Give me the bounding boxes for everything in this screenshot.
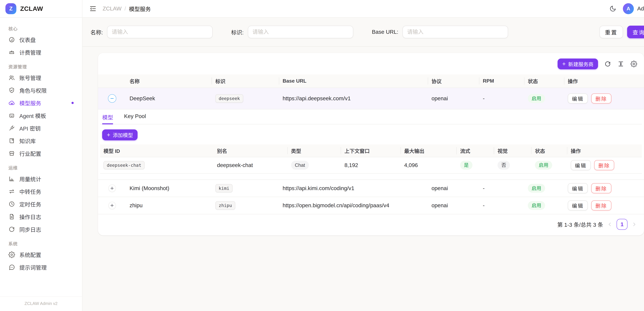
sidebar-item-model-services[interactable]: 模型服务	[5, 97, 77, 109]
users-icon	[8, 74, 15, 81]
sidebar-item-sync-logs[interactable]: 同步日志	[5, 223, 77, 235]
reset-button[interactable]: 重置	[600, 26, 623, 38]
edit-button[interactable]: 编辑	[568, 200, 588, 210]
sidebar-nav: 核心 仪表盘 计费管理 资源管理 账号管理 角色与权限 模型服务	[0, 18, 82, 296]
sidebar-collapse-button[interactable]	[89, 5, 97, 13]
brand-logo: Z	[6, 3, 16, 14]
sidebar-item-billing[interactable]: 计费管理	[5, 46, 77, 58]
breadcrumb-root[interactable]: ZCLAW	[103, 6, 122, 12]
main-content: 名称: 标识: Base URL: 重置 查询 + 新建服务商	[82, 18, 644, 311]
model-row-deepseek-chat: deepseek-chat deepseek-chat Chat 8,192 4…	[100, 157, 642, 173]
sidebar-item-label: 计费管理	[19, 48, 41, 56]
clock-icon	[8, 201, 15, 207]
sidebar-item-api-keys[interactable]: API 密钥	[5, 122, 77, 134]
provider-name: Kimi (Moonshot)	[126, 180, 212, 197]
provider-row-kimi: Kimi (Moonshot) kimi https://api.kimi.co…	[98, 180, 644, 197]
delete-button[interactable]: 删除	[591, 183, 611, 193]
sidebar-item-label: 模型服务	[19, 99, 41, 107]
sidebar-item-system-config[interactable]: 系统配置	[5, 249, 77, 260]
model-type-badge: Chat	[291, 161, 309, 170]
delete-button[interactable]: 删除	[594, 160, 614, 170]
edit-button[interactable]: 编辑	[571, 160, 591, 170]
book-icon	[8, 137, 15, 144]
provider-protocol: openai	[428, 180, 480, 197]
nav-section-ops: 运维	[8, 164, 74, 171]
gauge-icon	[8, 36, 15, 43]
refresh-icon[interactable]	[604, 61, 611, 67]
create-provider-label: 新建服务商	[568, 60, 594, 68]
user-name: Admin	[637, 6, 644, 12]
sidebar-item-label: 角色与权限	[19, 86, 47, 94]
bar-chart-icon	[8, 175, 15, 182]
plus-icon: +	[107, 132, 110, 138]
collapse-row-button[interactable]	[108, 94, 116, 103]
cloud-server-icon	[8, 100, 15, 106]
models-header-row: 模型 ID 别名 类型 上下文窗口 最大输出 流式 视觉 状态 操作	[100, 144, 642, 157]
filter-slug-input[interactable]	[248, 26, 354, 38]
sidebar-item-agent-templates[interactable]: Agent 模板	[5, 110, 77, 121]
filter-baseurl-input[interactable]	[402, 26, 508, 38]
sidebar-item-label: 同步日志	[19, 225, 41, 233]
store-icon	[8, 150, 15, 157]
sidebar-item-prompt-management[interactable]: 提示词管理	[5, 261, 77, 273]
col-name: 名称	[126, 75, 212, 88]
shield-check-icon	[8, 87, 15, 94]
filter-slug-label: 标识:	[231, 28, 244, 36]
provider-slug-chip: kimi	[215, 184, 232, 193]
edit-button[interactable]: 编辑	[568, 183, 588, 193]
provider-name: zhipu	[126, 197, 212, 214]
expand-row-button[interactable]	[108, 202, 116, 209]
create-provider-button[interactable]: + 新建服务商	[558, 59, 598, 70]
providers-header-row: 名称 标识 Base URL 协议 RPM 状态 操作	[98, 75, 644, 88]
next-page-chevron-icon[interactable]	[631, 221, 637, 227]
row-density-icon[interactable]	[618, 61, 624, 67]
sidebar: Z ZCLAW 核心 仪表盘 计费管理 资源管理 账号管理 角色与权限	[0, 0, 82, 311]
sidebar-item-roles[interactable]: 角色与权限	[5, 84, 77, 96]
filter-name-group: 名称:	[90, 26, 213, 38]
col-model-status: 状态	[532, 144, 567, 157]
add-model-label: 添加模型	[113, 131, 133, 138]
edit-button[interactable]: 编辑	[568, 93, 588, 104]
delete-button[interactable]: 删除	[591, 93, 611, 104]
sidebar-item-operation-logs[interactable]: 操作日志	[5, 211, 77, 222]
delete-button[interactable]: 删除	[591, 200, 611, 210]
sidebar-item-usage-stats[interactable]: 用量统计	[5, 173, 77, 185]
sidebar-item-scheduled-tasks[interactable]: 定时任务	[5, 198, 77, 210]
sidebar-item-label: API 密钥	[19, 124, 40, 132]
prev-page-chevron-icon[interactable]	[607, 221, 613, 227]
tab-key-pool[interactable]: Key Pool	[124, 109, 146, 124]
filter-slug-group: 标识:	[231, 26, 354, 38]
sidebar-item-accounts[interactable]: 账号管理	[5, 72, 77, 84]
gear-icon	[8, 251, 15, 258]
plus-icon: +	[562, 61, 566, 67]
sidebar-item-relay-tasks[interactable]: 中转任务	[5, 186, 77, 197]
topbar: ZCLAW / 模型服务 A Admin	[82, 0, 644, 18]
sidebar-item-industry-config[interactable]: 行业配置	[5, 148, 77, 159]
card-toolbar: + 新建服务商	[98, 53, 644, 75]
search-button[interactable]: 查询	[627, 26, 644, 38]
page-number-button[interactable]: 1	[616, 219, 628, 230]
provider-base-url: https://api.deepseek.com/v1	[279, 88, 428, 109]
tab-models[interactable]: 模型	[102, 109, 113, 124]
provider-detail-row: 模型 Key Pool + 添加模型	[98, 109, 644, 180]
filter-name-input[interactable]	[107, 26, 213, 38]
col-max-output: 最大输出	[401, 144, 457, 157]
col-alias: 别名	[214, 144, 288, 157]
filter-name-label: 名称:	[90, 28, 103, 36]
dark-mode-toggle-moon-icon[interactable]	[610, 5, 616, 12]
sidebar-item-label: Agent 模板	[19, 112, 46, 120]
model-id-chip: deepseek-chat	[104, 161, 145, 169]
sidebar-item-label: 中转任务	[19, 188, 41, 195]
filter-bar: 名称: 标识: Base URL: 重置 查询	[82, 18, 644, 47]
user-menu[interactable]: A Admin	[623, 3, 644, 14]
expand-row-button[interactable]	[108, 184, 116, 192]
providers-card: + 新建服务商 名称 标识 Base URL 协议 RPM	[98, 53, 644, 235]
sidebar-item-dashboard[interactable]: 仪表盘	[5, 34, 77, 46]
provider-name: DeepSeek	[126, 88, 212, 109]
col-model-id: 模型 ID	[100, 144, 214, 157]
sync-icon	[8, 226, 15, 233]
table-settings-gear-icon[interactable]	[630, 61, 637, 67]
sidebar-item-knowledge-base[interactable]: 知识库	[5, 135, 77, 147]
active-indicator-dot	[72, 102, 74, 104]
add-model-button[interactable]: + 添加模型	[102, 129, 138, 140]
